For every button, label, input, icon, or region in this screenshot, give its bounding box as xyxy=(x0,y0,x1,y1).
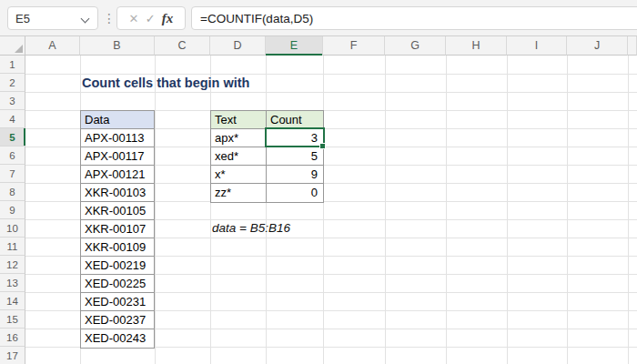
column-header-C[interactable]: C xyxy=(155,36,210,56)
data-table-cell[interactable]: XKR-00105 xyxy=(81,202,154,220)
enter-icon[interactable]: ✓ xyxy=(146,12,156,25)
row-header-16[interactable]: 16 xyxy=(0,329,25,347)
column-header-E[interactable]: E xyxy=(266,36,323,56)
cancel-icon[interactable]: ✕ xyxy=(129,12,139,25)
column-header-H[interactable]: H xyxy=(446,36,507,56)
row-header-5[interactable]: 5 xyxy=(0,128,25,147)
criteria-count-cell[interactable]: 5 xyxy=(267,147,323,166)
row-header-14[interactable]: 14 xyxy=(0,292,25,310)
data-table-cell[interactable]: XKR-00103 xyxy=(81,184,154,202)
criteria-table: TextCountapx*3xed*5x*9zz*0 xyxy=(210,110,324,203)
gridline xyxy=(210,56,211,364)
gridline xyxy=(266,56,267,364)
selected-column-underline xyxy=(266,54,322,56)
gridline xyxy=(323,56,324,364)
column-header-I[interactable]: I xyxy=(507,36,567,56)
gridline xyxy=(446,56,447,364)
column-header-D[interactable]: D xyxy=(210,36,266,56)
data-table-cell[interactable]: APX-00117 xyxy=(81,147,154,166)
gridline xyxy=(567,56,568,364)
row-header-11[interactable]: 11 xyxy=(0,238,25,256)
formula-input[interactable] xyxy=(192,7,629,29)
excel-window: ⋮ ✕ ✓ fx ABCDEFGHIJ123456789101112131415… xyxy=(0,0,637,364)
row-header-6[interactable]: 6 xyxy=(0,147,25,165)
gridline xyxy=(25,92,637,93)
criteria-count-cell[interactable]: 0 xyxy=(267,184,323,202)
row-header-17[interactable]: 17 xyxy=(0,347,25,364)
data-table-cell[interactable]: APX-00121 xyxy=(81,166,154,184)
select-all-corner[interactable] xyxy=(0,36,25,56)
data-table-cell[interactable]: XED-00231 xyxy=(81,293,154,311)
row-header-7[interactable]: 7 xyxy=(0,165,25,183)
criteria-header-count[interactable]: Count xyxy=(267,111,323,129)
data-table-cell[interactable]: XED-00237 xyxy=(81,311,154,329)
formula-bar: ⋮ ✕ ✓ fx xyxy=(0,0,637,36)
fill-handle[interactable] xyxy=(319,143,326,149)
row-header-15[interactable]: 15 xyxy=(0,310,25,329)
insert-function-icon[interactable]: fx xyxy=(162,11,174,26)
data-table-cell[interactable]: XKR-00109 xyxy=(81,238,154,257)
criteria-header-text[interactable]: Text xyxy=(211,111,267,129)
criteria-text-cell[interactable]: apx* xyxy=(211,129,267,147)
gridline xyxy=(628,56,629,364)
data-table-cell[interactable]: XED-00219 xyxy=(81,257,154,275)
column-header-filler xyxy=(628,36,637,56)
name-box-input[interactable] xyxy=(8,7,72,29)
selected-row-bar xyxy=(24,128,26,146)
gridline xyxy=(155,56,156,364)
name-box[interactable] xyxy=(7,6,98,30)
data-table-cell[interactable]: XED-00243 xyxy=(81,329,154,348)
row-header-4[interactable]: 4 xyxy=(0,110,25,128)
data-table-cell[interactable]: XKR-00107 xyxy=(81,220,154,238)
column-header-A[interactable]: A xyxy=(25,36,80,56)
gridline xyxy=(385,56,386,364)
sheet-title: Count cells that begin with xyxy=(82,74,249,92)
criteria-text-cell[interactable]: x* xyxy=(211,166,267,184)
column-header-G[interactable]: G xyxy=(385,36,446,56)
formula-input-box xyxy=(191,6,637,30)
data-table-cell[interactable]: APX-00113 xyxy=(81,129,154,147)
row-header-8[interactable]: 8 xyxy=(0,183,25,201)
formula-buttons: ✕ ✓ fx xyxy=(116,6,186,30)
column-header-F[interactable]: F xyxy=(323,36,385,56)
column-header-J[interactable]: J xyxy=(567,36,628,56)
row-header-12[interactable]: 12 xyxy=(0,256,25,274)
select-all-triangle-icon xyxy=(15,45,23,53)
criteria-text-cell[interactable]: zz* xyxy=(211,184,267,202)
data-table-header-cell[interactable]: Data xyxy=(81,111,154,129)
criteria-text-cell[interactable]: xed* xyxy=(211,147,267,166)
selection-outline xyxy=(265,127,325,147)
row-header-1[interactable]: 1 xyxy=(0,56,25,74)
row-header-3[interactable]: 3 xyxy=(0,92,25,110)
gridline xyxy=(507,56,508,364)
data-table-cell[interactable]: XED-00225 xyxy=(81,275,154,293)
row-header-10[interactable]: 10 xyxy=(0,219,25,238)
separator-dots-icon: ⋮ xyxy=(103,11,116,25)
row-header-13[interactable]: 13 xyxy=(0,274,25,292)
chevron-down-icon[interactable] xyxy=(81,15,90,24)
range-note: data = B5:B16 xyxy=(212,219,290,238)
row-header-2[interactable]: 2 xyxy=(0,74,25,92)
data-table: DataAPX-00113APX-00117APX-00121XKR-00103… xyxy=(80,110,155,349)
criteria-count-cell[interactable]: 9 xyxy=(267,166,323,184)
column-header-B[interactable]: B xyxy=(80,36,155,56)
row-header-9[interactable]: 9 xyxy=(0,201,25,219)
